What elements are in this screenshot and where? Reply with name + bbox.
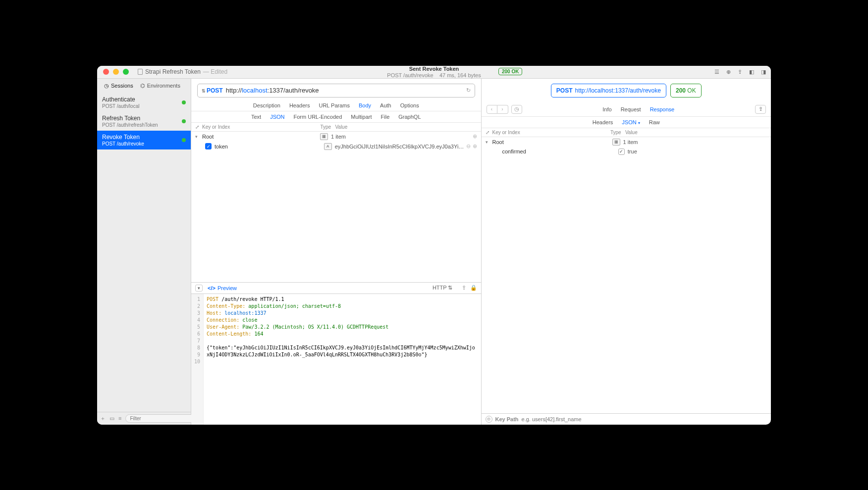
disclosure-triangle-icon[interactable]: ▾	[486, 140, 492, 145]
code-icon: </>	[208, 285, 216, 291]
minimize-window-button[interactable]	[113, 69, 119, 75]
resp-subtab-raw[interactable]: Raw	[649, 119, 660, 125]
history-forward-button[interactable]: ›	[497, 105, 508, 114]
tab-body[interactable]: Body	[359, 102, 371, 108]
chevron-down-icon: ▾	[638, 121, 640, 125]
string-type-icon: A	[324, 143, 332, 150]
tab-options[interactable]: Options	[400, 102, 419, 108]
project-title: Strapi Refresh Token — Edited	[138, 68, 227, 75]
keypath-label: Key Path	[495, 416, 519, 422]
share-icon[interactable]: ⇪	[738, 69, 742, 75]
preview-mode-dropdown[interactable]: ▾	[195, 285, 203, 292]
enabled-checkbox[interactable]: ✓	[205, 143, 212, 149]
body-type-tabs: Text JSON Form URL-Encoded Multipart Fil…	[191, 111, 481, 123]
filter-input[interactable]	[125, 414, 197, 423]
last-action-detail: POST /auth/revoke 47 ms, 164 bytes	[387, 72, 481, 78]
layers-icon: ⌬	[140, 83, 145, 89]
expand-all-icon[interactable]: ⤢	[195, 124, 202, 130]
add-row-button[interactable]: ⊕	[473, 143, 477, 149]
subtab-text[interactable]: Text	[251, 114, 261, 120]
add-request-button[interactable]: ＋	[100, 415, 106, 422]
resp-subtab-json[interactable]: JSON ▾	[622, 119, 640, 125]
zoom-window-button[interactable]	[123, 69, 129, 75]
request-list: Authenticate POST /auth/local Refresh To…	[97, 93, 191, 412]
history-back-button[interactable]: ‹	[487, 105, 497, 114]
history-clock-button[interactable]: ◷	[511, 105, 522, 114]
http-method[interactable]: POST	[202, 87, 223, 94]
body-token-row[interactable]: ✓ token A eyJhbGciOiJIUzI1NiIsInR5cCI6Ik…	[191, 142, 481, 151]
url-bar-row: POST http://localhost:1337/auth/revoke ↻	[191, 79, 481, 102]
request-pane: POST http://localhost:1337/auth/revoke ↻…	[191, 79, 482, 425]
status-badge: 200 OK	[498, 68, 522, 75]
remove-row-button[interactable]: ⊖	[466, 143, 471, 149]
subtab-file[interactable]: File	[381, 114, 390, 120]
body-table-header: ⤢ Key or Index Type Value	[191, 123, 481, 132]
document-icon	[138, 69, 143, 75]
response-confirmed-row[interactable]: confirmed ✓ true	[482, 147, 771, 156]
add-group-button[interactable]: ▭	[109, 415, 114, 422]
lock-icon[interactable]: 🔒	[470, 285, 477, 291]
response-nav: ‹ › ◷ Info Request Response ⇪	[482, 102, 771, 117]
subtab-graphql[interactable]: GraphQL	[398, 114, 421, 120]
sessions-tab[interactable]: ◷Sessions	[104, 83, 133, 89]
resp-tab-info[interactable]: Info	[602, 106, 611, 112]
content-area: ◷Sessions ⌬Environments Authenticate POS…	[97, 79, 771, 425]
response-format-tabs: Headers JSON ▾ Raw	[482, 117, 771, 128]
code-content[interactable]: POST /auth/revoke HTTP/1.1Content-Type: …	[204, 294, 481, 425]
main-split: POST http://localhost:1337/auth/revoke ↻…	[191, 79, 771, 425]
response-url-badge: POST http://localhost:1337/auth/revoke	[551, 84, 666, 98]
tab-description[interactable]: Description	[253, 102, 280, 108]
edited-indicator: — Edited	[203, 68, 227, 75]
line-gutter: 12345678910	[191, 294, 204, 425]
export-button[interactable]: ⇪	[755, 105, 766, 114]
tab-url-params[interactable]: URL Params	[319, 102, 350, 108]
url-text: http://localhost:1337/auth/revoke	[226, 87, 319, 94]
resp-subtab-headers[interactable]: Headers	[593, 119, 613, 125]
last-action-title: Sent Revoke Token	[387, 66, 481, 72]
subtab-form[interactable]: Form URL-Encoded	[294, 114, 342, 120]
response-root-row[interactable]: ▾ Root ▦ 1 item	[482, 137, 771, 147]
object-type-icon: ▦	[320, 133, 328, 140]
sidebar: ◷Sessions ⌬Environments Authenticate POS…	[97, 79, 191, 425]
tab-auth[interactable]: Auth	[380, 102, 391, 108]
body-root-row[interactable]: ▾ Root ▦ 1 item ⊕	[191, 132, 481, 142]
add-row-button[interactable]: ⊕	[473, 133, 477, 140]
tab-headers[interactable]: Headers	[289, 102, 310, 108]
cloud-icon[interactable]: ⊕	[726, 69, 731, 75]
copy-icon[interactable]: ⇪	[462, 285, 466, 291]
panel-right-icon[interactable]: ◨	[761, 69, 766, 75]
send-request-icon[interactable]: ↻	[466, 87, 471, 94]
resp-tab-request[interactable]: Request	[621, 106, 641, 112]
response-table-header: ⤢ Key or Index Type Value	[482, 128, 771, 137]
environments-tab[interactable]: ⌬Environments	[140, 83, 180, 89]
subtab-json[interactable]: JSON	[270, 114, 284, 120]
project-name: Strapi Refresh Token	[145, 68, 201, 75]
body-empty-area	[191, 151, 481, 282]
disclosure-triangle-icon[interactable]: ▾	[195, 134, 202, 139]
app-window: Strapi Refresh Token — Edited Sent Revok…	[97, 66, 771, 425]
url-bar[interactable]: POST http://localhost:1337/auth/revoke ↻	[197, 84, 475, 98]
boolean-type-icon: ✓	[618, 148, 625, 155]
subtab-multipart[interactable]: Multipart	[351, 114, 372, 120]
expand-all-icon[interactable]: ⤢	[486, 130, 492, 135]
target-icon[interactable]: ◎	[486, 416, 492, 423]
traffic-lights	[97, 69, 129, 75]
keypath-input[interactable]	[522, 416, 767, 422]
preview-bar: ▾ </> Preview HTTP ⇅ ⇪ 🔒	[191, 282, 481, 294]
object-type-icon: ▦	[612, 139, 620, 146]
status-dot	[182, 100, 186, 104]
sort-button[interactable]: ≡	[118, 415, 121, 421]
keypath-bar: ◎ Key Path	[482, 413, 771, 425]
status-dot	[182, 119, 186, 123]
preview-label[interactable]: Preview	[217, 285, 237, 291]
close-window-button[interactable]	[103, 69, 109, 75]
request-item-revoke-token[interactable]: Revoke Token POST /auth/revoke	[97, 131, 191, 149]
panel-left-icon[interactable]: ◧	[749, 69, 754, 75]
response-pane: POST http://localhost:1337/auth/revoke 2…	[482, 79, 771, 425]
http-version-dropdown[interactable]: HTTP ⇅	[433, 285, 453, 291]
request-item-refresh-token[interactable]: Refresh Token POST /auth/refreshToken	[97, 112, 191, 131]
sidebar-bottom-bar: ＋ ▭ ≡	[97, 412, 191, 425]
resp-tab-response[interactable]: Response	[650, 106, 675, 112]
request-item-authenticate[interactable]: Authenticate POST /auth/local	[97, 93, 191, 112]
settings-icon[interactable]: ☰	[714, 69, 719, 75]
